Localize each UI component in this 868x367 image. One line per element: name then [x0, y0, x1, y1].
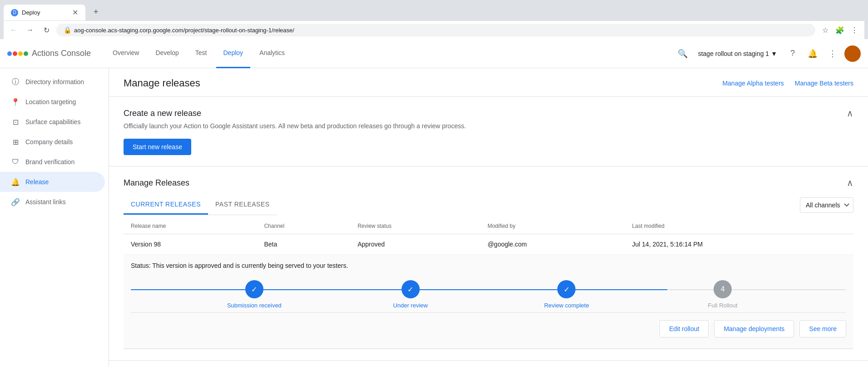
project-name: stage rollout on staging 1 [698, 50, 769, 57]
expanded-details-row: Status: This version is approved and is … [124, 255, 853, 349]
dot-red [13, 51, 17, 56]
create-release-section: Create a new release ∧ Officially launch… [109, 97, 868, 166]
channel-filter-select[interactable]: All channels Alpha Beta Production [800, 197, 853, 213]
step-under-review: ✓ Under review [332, 280, 489, 309]
company-icon: ⊞ [11, 137, 20, 146]
page-title: Manage releases [124, 77, 200, 89]
location-icon: 📍 [11, 97, 20, 106]
table-body: Version 98 Beta Approved @google.com Jul… [124, 234, 853, 349]
nav-right: 🔍 stage rollout on staging 1 ▼ ? 🔔 ⋮ [675, 45, 861, 62]
notification-button[interactable]: 🔔 [804, 45, 821, 62]
help-button[interactable]: ? [784, 45, 801, 62]
progress-steps: ✓ Submission received ✓ Under review [176, 280, 801, 309]
sidebar-item-brand[interactable]: 🛡 Brand verification [0, 152, 105, 172]
manage-releases-title: Manage Releases [124, 178, 189, 188]
sidebar-item-release[interactable]: 🔔 Release [0, 172, 105, 192]
step-review-complete-circle: ✓ [557, 280, 575, 298]
page-header: Manage releases Manage Alpha testers Man… [109, 68, 868, 97]
manage-beta-link[interactable]: Manage Beta testers [795, 80, 853, 87]
manage-deployments-button[interactable]: Manage deployments [714, 320, 794, 337]
browser-tab[interactable]: D Deploy ✕ [4, 5, 85, 20]
lock-icon: 🔒 [64, 26, 71, 34]
extensions-button[interactable]: 🧩 [833, 24, 846, 36]
step-under-review-label[interactable]: Under review [393, 302, 428, 309]
nav-link-develop[interactable]: Develop [148, 39, 186, 68]
manage-alpha-link[interactable]: Manage Alpha testers [722, 80, 784, 87]
app: Actions Console Overview Develop Test De… [0, 39, 868, 367]
sidebar-item-company[interactable]: ⊞ Company details [0, 132, 105, 152]
nav-link-overview[interactable]: Overview [105, 39, 146, 68]
avatar[interactable] [844, 45, 861, 62]
sidebar-item-assistant[interactable]: 🔗 Assistant links [0, 192, 105, 212]
step-full-rollout-label: Full Rollout [708, 302, 738, 309]
edit-rollout-button[interactable]: Edit rollout [660, 320, 709, 337]
sidebar-item-location-label: Location targeting [25, 98, 76, 106]
step-under-review-circle: ✓ [402, 280, 420, 298]
nav-link-deploy[interactable]: Deploy [216, 39, 251, 68]
table-header: Release name Channel Review status Modif… [124, 218, 853, 234]
step-review-complete-label[interactable]: Review complete [544, 302, 589, 309]
app-name: Actions Console [32, 49, 91, 58]
nav-link-analytics[interactable]: Analytics [252, 39, 292, 68]
more-options-button[interactable]: ⋮ [824, 45, 841, 62]
sidebar-item-surface-label: Surface capabilities [25, 118, 80, 126]
back-button[interactable]: ← [7, 24, 20, 36]
close-tab-button[interactable]: ✕ [72, 8, 78, 17]
tab-past-releases[interactable]: PAST RELEASES [208, 195, 277, 215]
top-nav: Actions Console Overview Develop Test De… [0, 39, 868, 68]
step-review-complete: ✓ Review complete [489, 280, 645, 309]
table-row[interactable]: Version 98 Beta Approved @google.com Jul… [124, 234, 853, 255]
col-release-name: Release name [124, 218, 257, 234]
cell-review-status: Approved [350, 234, 480, 255]
col-last-modified: Last modified [625, 218, 853, 234]
tab-title: Deploy [22, 9, 40, 16]
table-header-row: Release name Channel Review status Modif… [124, 218, 853, 234]
main-layout: ⓘ Directory information 📍 Location targe… [0, 68, 868, 367]
dot-green [24, 51, 28, 56]
bookmark-button[interactable]: ☆ [819, 24, 832, 36]
manage-releases-collapse-button[interactable]: ∧ [847, 177, 853, 188]
filter-area: All channels Alpha Beta Production [800, 192, 853, 218]
step-full-rollout: 4 Full Rollout [645, 280, 801, 309]
see-more-button[interactable]: See more [799, 320, 846, 337]
step-submission-circle: ✓ [245, 280, 263, 298]
sidebar-item-directory[interactable]: ⓘ Directory information [0, 72, 105, 92]
tab-current-releases[interactable]: CURRENT RELEASES [124, 195, 208, 215]
surface-icon: ⊡ [11, 117, 20, 126]
header-links: Manage Alpha testers Manage Beta testers [722, 80, 853, 87]
dot-blue [7, 51, 12, 56]
dot-yellow [18, 51, 23, 56]
status-description: This version is approved and is currentl… [152, 262, 348, 269]
reload-button[interactable]: ↻ [40, 24, 53, 36]
col-review-status: Review status [350, 218, 480, 234]
project-selector[interactable]: stage rollout on staging 1 ▼ [694, 48, 781, 59]
manage-releases-header: Manage Releases ∧ [124, 177, 853, 188]
search-button[interactable]: 🔍 [675, 45, 691, 62]
content-area: Manage releases Manage Alpha testers Man… [109, 68, 868, 367]
sidebar-item-surface[interactable]: ⊡ Surface capabilities [0, 112, 105, 132]
row-details: Status: This version is approved and is … [124, 255, 853, 349]
sidebar-item-company-label: Company details [25, 138, 73, 146]
logo-area: Actions Console [7, 49, 91, 58]
forward-button[interactable]: → [24, 24, 36, 36]
status-message: Status: This version is approved and is … [131, 262, 846, 269]
chrome-menu-button[interactable]: ⋮ [848, 24, 861, 36]
nav-link-test[interactable]: Test [188, 39, 214, 68]
address-bar[interactable]: 🔒 aog-console.acs-staging.corp.google.co… [56, 24, 815, 36]
sidebar-item-location[interactable]: 📍 Location targeting [0, 92, 105, 112]
sidebar: ⓘ Directory information 📍 Location targe… [0, 68, 109, 367]
start-new-release-button[interactable]: Start new release [124, 139, 191, 155]
progress-tracker: ✓ Submission received ✓ Under review [131, 280, 846, 309]
browser-actions: ☆ 🧩 ⋮ [819, 24, 861, 36]
project-chevron-icon: ▼ [771, 50, 777, 57]
expanded-details-cell: Status: This version is approved and is … [124, 255, 853, 349]
create-release-header: Create a new release ∧ [124, 108, 853, 119]
top-nav-links: Overview Develop Test Deploy Analytics [105, 39, 675, 68]
tab-favicon: D [11, 9, 18, 16]
sidebar-item-release-label: Release [25, 178, 49, 186]
new-tab-button[interactable]: + [86, 4, 106, 20]
create-release-collapse-button[interactable]: ∧ [847, 108, 853, 119]
cell-release-name: Version 98 [124, 234, 257, 255]
step-submission-label[interactable]: Submission received [227, 302, 282, 309]
releases-table: Release name Channel Review status Modif… [124, 218, 853, 349]
